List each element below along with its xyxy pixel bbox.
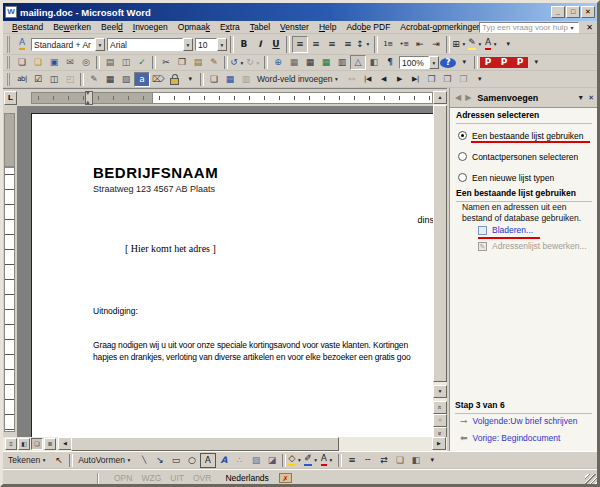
paste-button[interactable]: ▤ <box>190 55 206 70</box>
select-objects-button[interactable]: ↖ <box>51 453 67 468</box>
web-layout-view-button[interactable]: ◧ <box>18 438 30 450</box>
vertical-ruler[interactable] <box>3 106 17 438</box>
document-page[interactable]: BEDRIJFSNAAM Straatweg 123 4567 AB Plaat… <box>31 113 433 438</box>
open-button[interactable]: ❏ <box>30 55 46 70</box>
font-combo[interactable]: Arial▾ <box>107 36 193 53</box>
justify-button[interactable]: ≡ <box>340 36 356 53</box>
wizard-previous-link[interactable]: ⬅ Vorige: Begindocument <box>460 433 560 443</box>
line-color-button[interactable]: ✐▾ <box>304 453 320 468</box>
underline-button[interactable]: U <box>268 36 284 53</box>
radio-contactpersonen[interactable]: Contactpersonen selecteren <box>458 146 593 167</box>
toolbar-options-button[interactable]: ▾ <box>500 36 516 53</box>
font-size-combo[interactable]: 10▾ <box>195 36 227 53</box>
style-combo[interactable]: Standaard + Ar▾ <box>31 36 105 53</box>
first-record-button[interactable]: |◀ <box>359 72 375 87</box>
mail-merge-recipients-button[interactable]: ▥ <box>238 72 254 87</box>
font-color-button[interactable]: A▾ <box>484 36 500 53</box>
menu-acrobat-opmerkingen[interactable]: Acrobat-opmerkingen <box>395 22 486 32</box>
previous-record-button[interactable]: ◀ <box>375 72 391 87</box>
zoom-combo[interactable]: 100%▾ <box>399 55 439 70</box>
copy-button[interactable]: ❐ <box>174 55 190 70</box>
save-button[interactable]: ▣ <box>46 55 62 70</box>
mode-ovr[interactable]: OVR <box>193 473 211 483</box>
text-box-button[interactable]: A <box>200 453 216 468</box>
numbered-list-button[interactable]: 1≡ <box>380 36 396 53</box>
align-center-button[interactable]: ≡ <box>308 36 324 53</box>
font-color-button[interactable]: A▾ <box>320 453 336 468</box>
scroll-right-button[interactable]: ▶ <box>432 437 446 450</box>
autovormen-menu-button[interactable]: AutoVormen▾ <box>75 453 136 468</box>
scroll-left-button[interactable]: ◀ <box>58 437 72 450</box>
browse-previous-button[interactable]: « <box>433 401 447 414</box>
insert-table-button[interactable]: ▦ <box>102 72 118 87</box>
toolbar-options-button[interactable]: ▾ <box>182 72 198 87</box>
menu-venster[interactable]: Venster <box>275 22 314 32</box>
bullet-list-button[interactable]: •≡ <box>396 36 412 53</box>
text-form-field-button[interactable]: ab| <box>14 72 30 87</box>
insert-table-button[interactable]: ▦ <box>302 55 318 70</box>
align-left-button[interactable]: ≡ <box>292 36 308 53</box>
oval-button[interactable]: ○ <box>184 453 200 468</box>
menu-invoegen[interactable]: Invoegen <box>128 22 173 32</box>
spelling-button[interactable]: ✓ <box>134 55 150 70</box>
insert-frame-button[interactable]: ▧ <box>118 72 134 87</box>
styles-and-formatting-icon[interactable]: A <box>14 36 30 53</box>
pane-back-icon[interactable]: ◀ <box>455 93 461 102</box>
dropdown-form-field-button[interactable]: ◫ <box>46 72 62 87</box>
ask-question-box[interactable]: Typ een vraag voor hulp ▾ <box>479 22 579 33</box>
clip-art-button[interactable]: ▨ <box>248 453 264 468</box>
convert-to-pdf-button[interactable]: P <box>480 57 496 68</box>
dash-style-button[interactable]: ╌ <box>360 453 376 468</box>
menu-adobe-pdf[interactable]: Adobe PDF <box>341 22 395 32</box>
indent-marker[interactable] <box>85 91 93 105</box>
form-field-properties-button[interactable]: ◰ <box>62 72 78 87</box>
diagram-button[interactable]: ∴ <box>232 453 248 468</box>
decrease-indent-button[interactable]: ⇤ <box>412 36 428 53</box>
browse-link[interactable]: Bladeren... <box>478 225 533 235</box>
scroll-up-button[interactable]: ▲ <box>433 91 447 104</box>
search-button[interactable]: ◎ <box>78 55 94 70</box>
next-record-button[interactable]: ▶ <box>391 72 407 87</box>
arrow-button[interactable]: ↘ <box>152 453 168 468</box>
resize-grip[interactable] <box>585 474 597 486</box>
menu-bewerken[interactable]: Bewerken <box>48 22 96 32</box>
reset-form-fields-button[interactable]: ⌦ <box>150 72 166 87</box>
normal-view-button[interactable]: ≡ <box>5 438 17 450</box>
toolbar-options-button[interactable]: ▾ <box>471 72 487 87</box>
line-style-button[interactable]: ≡ <box>344 453 360 468</box>
line-spacing-button[interactable]: ↕▾ <box>356 36 372 53</box>
radio-nieuwe-lijst[interactable]: Een nieuwe lijst typen <box>458 167 593 188</box>
menu-extra[interactable]: Extra <box>215 22 245 32</box>
horizontal-ruler[interactable] <box>17 91 433 105</box>
new-document-button[interactable]: ❏ <box>14 55 30 70</box>
cut-button[interactable]: ✂ <box>158 55 174 70</box>
toolbar-options-button[interactable]: ▾ <box>528 55 544 70</box>
pane-forward-icon[interactable]: ▶ <box>465 93 471 102</box>
insert-excel-button[interactable]: ▦ <box>318 55 334 70</box>
select-browse-object-button[interactable]: ○ <box>433 414 447 427</box>
email-button[interactable]: ✉ <box>62 55 78 70</box>
convert-to-pdf-email-button[interactable]: P <box>496 57 512 68</box>
menu-beeld[interactable]: Beeld <box>96 22 128 32</box>
menu-help[interactable]: Help <box>314 22 341 32</box>
toolbar-options-button[interactable]: ▾ <box>456 55 472 70</box>
menu-tabel[interactable]: Tabel <box>245 22 275 32</box>
columns-button[interactable]: ▥ <box>334 55 350 70</box>
horizontal-scroll-thumb[interactable] <box>71 437 339 451</box>
main-document-setup-button[interactable]: ❏ <box>206 72 222 87</box>
insert-word-field-dropdown[interactable]: Word-veld invoegen▾ <box>254 72 343 87</box>
horizontal-scrollbar[interactable]: ≡ ◧ ❏ ≣ ◀ ▶ <box>3 437 447 451</box>
arrow-style-button[interactable]: ⇄ <box>376 453 392 468</box>
insert-picture-button[interactable]: ◪ <box>264 453 280 468</box>
radio-icon[interactable] <box>458 173 467 182</box>
pane-dropdown-icon[interactable]: ▼ <box>577 94 584 101</box>
merge-to-new-document-button[interactable]: ❐ <box>423 72 439 87</box>
close-button[interactable]: ✕ <box>581 6 595 18</box>
undo-button[interactable]: ↺▾ <box>230 55 246 70</box>
menu-opmaak[interactable]: Opmaak <box>173 22 215 32</box>
document-close-button[interactable]: ✕ <box>586 23 593 32</box>
tekenen-menu-button[interactable]: Tekenen▾ <box>5 453 51 468</box>
vertical-scroll-thumb[interactable] <box>433 105 447 382</box>
last-record-button[interactable]: ▶| <box>407 72 423 87</box>
checkbox-form-field-button[interactable]: ☑ <box>30 72 46 87</box>
